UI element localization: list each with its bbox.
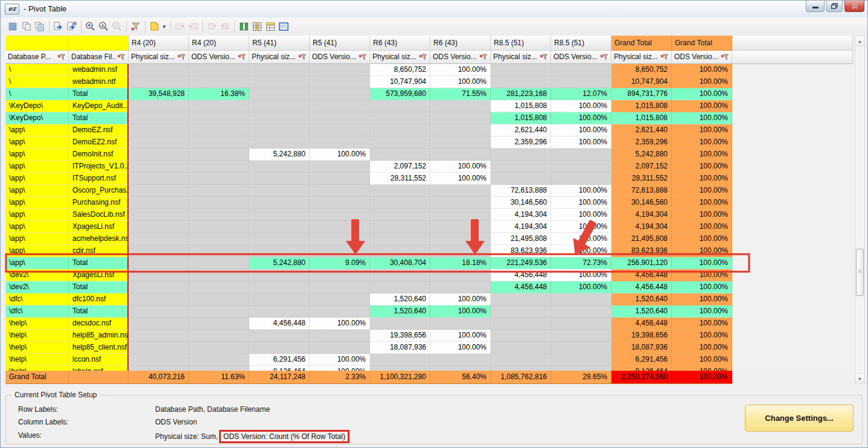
cell-value[interactable]	[129, 354, 189, 366]
cell-value[interactable]	[189, 330, 249, 342]
cell-value[interactable]	[249, 221, 310, 233]
cell-value[interactable]: 16.38%	[189, 88, 249, 100]
cell-value[interactable]: 1,015,808	[611, 100, 672, 112]
cell-value[interactable]	[189, 149, 249, 161]
cell-value[interactable]: 100.00%	[310, 149, 370, 161]
cell-value[interactable]: 100.00%	[672, 245, 732, 257]
cell-value[interactable]: 100.00%	[551, 221, 611, 233]
cell-value[interactable]	[551, 342, 611, 354]
export-options-icon[interactable]	[65, 20, 78, 33]
cell-path[interactable]: \dev2\	[5, 269, 69, 281]
cell-value[interactable]: 28,311,552	[370, 173, 430, 185]
filter-icon[interactable]	[357, 54, 367, 60]
group-header-r5-41-[interactable]: R5 (41)	[249, 36, 310, 51]
cell-value[interactable]: 10,747,904	[370, 76, 430, 88]
cell-path[interactable]: \app\	[5, 173, 69, 185]
cell-value[interactable]: 1,520,640	[611, 306, 672, 318]
cell-path[interactable]: \KeyDepo\	[5, 100, 69, 112]
cell-value[interactable]	[430, 245, 491, 257]
cell-value[interactable]	[189, 64, 249, 76]
cell-value[interactable]	[189, 269, 249, 281]
grand-total-value[interactable]: 100.00%	[672, 371, 732, 384]
cell-value[interactable]	[370, 136, 430, 149]
cell-path[interactable]: \app\	[5, 221, 69, 233]
restore-button[interactable]	[826, 1, 843, 12]
cell-value[interactable]: 2,621,440	[611, 124, 672, 136]
cell-value[interactable]	[189, 173, 249, 185]
cell-file[interactable]: KeyDepo_Audit...	[69, 100, 129, 112]
cell-value[interactable]	[551, 161, 611, 173]
cell-value[interactable]	[491, 318, 551, 330]
cell-value[interactable]: 9.09%	[310, 257, 370, 269]
cell-file[interactable]: decsdoc.nsf	[69, 318, 129, 330]
grand-total-label[interactable]: Grand Total	[5, 371, 69, 384]
column-header-8[interactable]: Physical siz...	[491, 51, 551, 64]
cell-value[interactable]: 281,223,168	[491, 88, 551, 100]
cell-file[interactable]: DemoEZ2.nsf	[69, 136, 129, 149]
cell-value[interactable]	[370, 209, 430, 221]
cell-value[interactable]	[189, 245, 249, 257]
cell-value[interactable]: 6,291,456	[249, 354, 310, 366]
cell-path[interactable]: \app\	[5, 209, 69, 221]
cell-value[interactable]	[310, 173, 370, 185]
cell-value[interactable]: 72.73%	[551, 257, 611, 269]
cell-value[interactable]	[430, 100, 491, 112]
cell-value[interactable]: 100.00%	[551, 197, 611, 209]
cell-value[interactable]	[249, 330, 310, 342]
cell-value[interactable]: 30,408,704	[370, 257, 430, 269]
filter-icon[interactable]	[236, 54, 246, 60]
cell-value[interactable]	[189, 293, 249, 306]
cell-value[interactable]: 100.00%	[430, 293, 491, 306]
column-header-10[interactable]: Physical siz...	[611, 51, 672, 64]
cell-value[interactable]	[491, 149, 551, 161]
cell-value[interactable]: 4,456,448	[249, 318, 310, 330]
cell-file[interactable]: dfc100.nsf	[69, 293, 129, 306]
zoom-font-icon[interactable]: A	[97, 20, 110, 33]
cell-value[interactable]	[310, 233, 370, 245]
cell-value[interactable]	[370, 354, 430, 366]
cell-value[interactable]: 100.00%	[430, 161, 491, 173]
cell-path[interactable]: \help\	[5, 354, 69, 366]
cell-value[interactable]	[189, 124, 249, 136]
cell-value[interactable]: 100.00%	[672, 209, 732, 221]
cell-value[interactable]	[430, 269, 491, 281]
cell-value[interactable]: 100.00%	[672, 112, 732, 124]
filter-icon[interactable]	[115, 54, 126, 60]
table-layout-icon[interactable]	[264, 20, 277, 33]
cell-value[interactable]: 4,194,304	[611, 209, 672, 221]
cell-value[interactable]	[551, 306, 611, 318]
cell-value[interactable]	[430, 112, 491, 124]
cell-value[interactable]: 21,495,808	[491, 233, 551, 245]
cell-path[interactable]: \help\	[5, 330, 69, 342]
cell-value[interactable]	[129, 342, 189, 354]
cell-file[interactable]: webadmin.ntf	[69, 76, 129, 88]
column-header-7[interactable]: ODS Versio...	[430, 51, 491, 64]
column-header-11[interactable]: ODS Versio...	[672, 51, 732, 64]
cell-value[interactable]: 18.18%	[430, 257, 491, 269]
cell-value[interactable]	[430, 318, 491, 330]
cell-value[interactable]: 100.00%	[310, 354, 370, 366]
grid-lines-icon[interactable]	[277, 20, 290, 33]
cell-value[interactable]: 4,194,304	[491, 209, 551, 221]
cell-file[interactable]: ITProjects_V1.0....	[69, 161, 129, 173]
cell-value[interactable]: 12.07%	[551, 88, 611, 100]
cell-value[interactable]: 100.00%	[430, 64, 491, 76]
cell-file[interactable]: Total	[69, 257, 129, 269]
cell-value[interactable]	[310, 185, 370, 197]
cell-value[interactable]: 100.00%	[430, 76, 491, 88]
filter-icon[interactable]	[719, 54, 729, 60]
cell-path[interactable]: \	[5, 76, 69, 88]
cell-value[interactable]	[189, 342, 249, 354]
cell-value[interactable]: 100.00%	[551, 136, 611, 149]
notes-dropdown-caret[interactable]: ▼	[162, 24, 167, 30]
cell-value[interactable]	[370, 112, 430, 124]
select-all-icon[interactable]	[7, 20, 20, 33]
cell-value[interactable]	[370, 245, 430, 257]
cell-path[interactable]: \app\	[5, 185, 69, 197]
cell-file[interactable]: Total	[69, 281, 129, 293]
column-header-3[interactable]: ODS Versio...	[189, 51, 249, 64]
cell-file[interactable]: Total	[69, 306, 129, 318]
cell-value[interactable]: 100.00%	[672, 330, 732, 342]
cell-value[interactable]	[310, 209, 370, 221]
cell-value[interactable]	[129, 173, 189, 185]
